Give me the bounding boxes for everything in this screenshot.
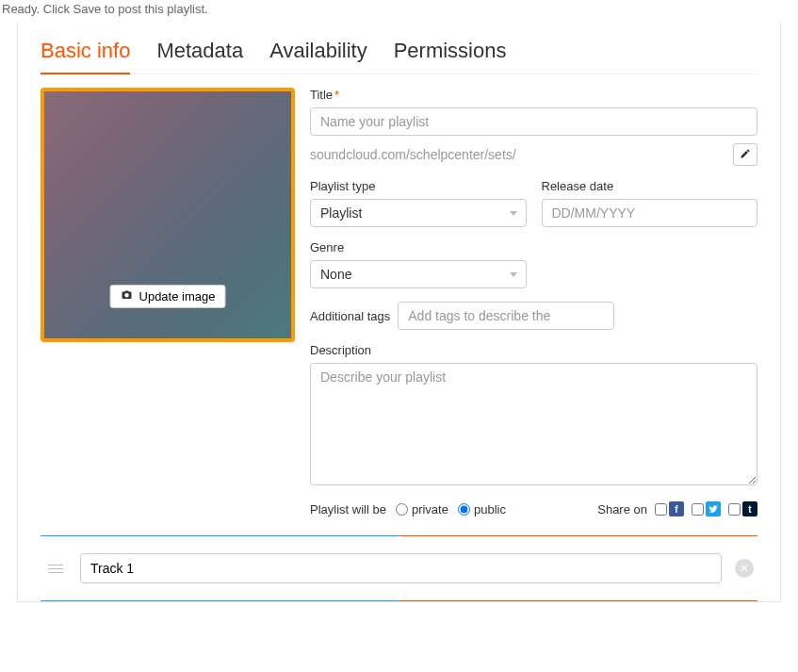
privacy-public-option[interactable]: public: [458, 502, 506, 516]
track-title-input[interactable]: [80, 553, 722, 583]
tags-input[interactable]: [398, 302, 614, 330]
edit-permalink-button[interactable]: [733, 143, 757, 166]
playlist-editor-panel: Basic info Metadata Availability Permiss…: [17, 22, 781, 602]
genre-select-wrap: None: [310, 260, 527, 288]
privacy-label: Playlist will be: [310, 502, 386, 516]
drag-handle-icon[interactable]: [44, 565, 67, 573]
basic-info-body: Update image Title* soundcloud.com/schel…: [41, 74, 757, 535]
share-facebook-checkbox[interactable]: [655, 503, 667, 516]
title-label: Title*: [310, 88, 757, 102]
close-icon: ✕: [740, 562, 749, 575]
camera-icon: [121, 289, 134, 303]
privacy-private-radio[interactable]: [396, 503, 408, 516]
privacy-public-radio[interactable]: [458, 503, 470, 516]
track-row: ✕: [41, 536, 757, 600]
playlist-type-select-wrap: Playlist: [310, 199, 527, 227]
tab-basic-info[interactable]: Basic info: [41, 39, 130, 74]
permalink-text: soundcloud.com/schelpcenter/sets/: [310, 147, 725, 162]
playlist-type-field: Playlist type Playlist: [310, 179, 527, 227]
tags-label: Additional tags: [310, 309, 390, 323]
permalink-row: soundcloud.com/schelpcenter/sets/: [310, 143, 757, 166]
share-tumblr[interactable]: t: [728, 501, 757, 516]
tab-availability[interactable]: Availability: [269, 39, 367, 74]
playlist-type-label: Playlist type: [310, 179, 527, 193]
privacy-private-label: private: [412, 502, 448, 516]
tab-metadata[interactable]: Metadata: [156, 39, 243, 74]
section-divider: [41, 600, 757, 601]
genre-select[interactable]: None: [310, 260, 527, 288]
share-twitter-checkbox[interactable]: [692, 503, 704, 516]
release-date-label: Release date: [542, 179, 758, 193]
tabs: Basic info Metadata Availability Permiss…: [41, 22, 757, 74]
share-tumblr-checkbox[interactable]: [728, 503, 741, 516]
title-input[interactable]: [310, 107, 757, 136]
privacy-share-row: Playlist will be private public Share on…: [310, 501, 757, 516]
description-label: Description: [310, 343, 757, 357]
share-facebook[interactable]: f: [655, 501, 684, 516]
twitter-icon: [706, 501, 721, 516]
share-label: Share on: [597, 502, 647, 516]
title-label-text: Title: [310, 88, 333, 102]
release-date-input[interactable]: [542, 199, 758, 227]
playlist-type-select[interactable]: Playlist: [310, 199, 527, 227]
remove-track-button[interactable]: ✕: [735, 559, 754, 578]
release-date-field: Release date: [542, 179, 758, 227]
share-twitter[interactable]: [692, 501, 721, 516]
form-column: Title* soundcloud.com/schelpcenter/sets/…: [310, 88, 757, 516]
type-date-row: Playlist type Playlist Release date: [310, 179, 757, 227]
artwork-frame: Update image: [41, 88, 295, 342]
tab-permissions[interactable]: Permissions: [394, 39, 507, 74]
pencil-icon: [740, 148, 751, 162]
privacy-private-option[interactable]: private: [396, 502, 448, 516]
update-image-label: Update image: [139, 289, 216, 303]
privacy-group: Playlist will be private public: [310, 502, 506, 516]
required-indicator: *: [334, 88, 339, 102]
artwork-column: Update image: [41, 88, 295, 516]
title-field: Title* soundcloud.com/schelpcenter/sets/: [310, 88, 757, 166]
genre-label: Genre: [310, 240, 757, 254]
status-text: Ready. Click Save to post this playlist.: [0, 0, 798, 22]
update-image-button[interactable]: Update image: [110, 285, 226, 308]
facebook-icon: f: [669, 501, 684, 516]
description-textarea[interactable]: [310, 363, 757, 485]
genre-field: Genre None: [310, 240, 757, 288]
tumblr-icon: t: [742, 501, 757, 516]
description-field: Description: [310, 343, 757, 488]
share-group: Share on f t: [597, 501, 757, 516]
privacy-public-label: public: [474, 502, 506, 516]
tags-field: Additional tags: [310, 302, 757, 330]
